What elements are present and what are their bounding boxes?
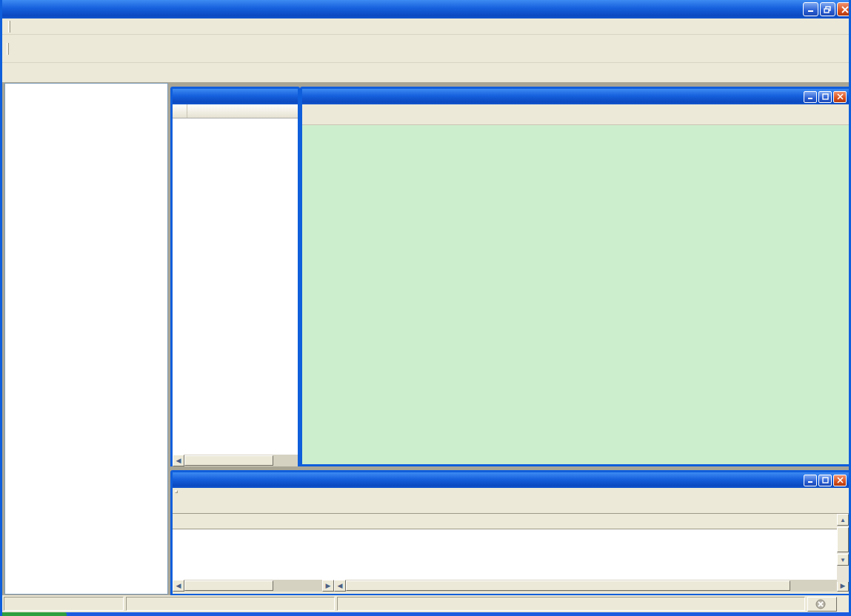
time-ruler [173, 513, 849, 529]
main-toolbar [2, 35, 851, 63]
list-scroll-thumb[interactable] [184, 455, 273, 466]
list-icon-column [173, 104, 187, 118]
menu-grip [8, 21, 10, 33]
stop-button[interactable] [807, 597, 837, 612]
time-close-button[interactable] [833, 475, 847, 486]
scroll-down-icon[interactable]: ▼ [837, 554, 849, 566]
list-column-header[interactable] [173, 104, 298, 118]
minimize-button[interactable] [803, 2, 818, 16]
list-horizontal-scrollbar[interactable]: ◀ [173, 455, 298, 466]
time-scroll-thumb-1[interactable] [184, 580, 273, 591]
application-window: ◀ [0, 0, 851, 616]
list-name-column-header[interactable] [187, 104, 298, 118]
time-view-window: ◀ ▶ ◀ ▶ ▲ ▼ [170, 470, 851, 596]
selection-status [4, 597, 124, 611]
map-toolbar [302, 104, 849, 125]
toolbar-grip [7, 43, 9, 55]
time-scroll-thumb-2[interactable] [346, 580, 790, 591]
routed-status [126, 597, 335, 611]
status-filler [337, 597, 805, 611]
map-maximize-button[interactable] [818, 91, 832, 103]
map-view-window [300, 87, 851, 466]
path-bar [2, 63, 851, 82]
menu-bar [2, 19, 851, 35]
workspace: ◀ [2, 82, 851, 595]
stop-icon [815, 599, 826, 609]
time-maximize-button[interactable] [818, 475, 832, 486]
scroll-left-icon[interactable]: ◀ [334, 580, 346, 592]
scroll-left-icon[interactable]: ◀ [173, 455, 184, 466]
list-body [173, 118, 298, 455]
map-minimize-button[interactable] [804, 91, 817, 103]
scroll-left-icon[interactable]: ◀ [173, 580, 184, 592]
map-view-title-bar[interactable] [302, 89, 849, 104]
close-button[interactable] [837, 2, 851, 16]
time-rows [173, 529, 849, 580]
list-view-window: ◀ [170, 87, 300, 466]
scroll-right-icon[interactable]: ▶ [322, 580, 334, 592]
scroll-up-icon[interactable]: ▲ [837, 514, 849, 526]
navigation-tree [4, 83, 168, 595]
title-bar [0, 0, 851, 19]
status-bar [2, 595, 851, 612]
window-bottom-border-accent [0, 612, 67, 616]
list-view-title-bar[interactable] [173, 89, 298, 104]
time-vscroll-thumb[interactable] [837, 527, 849, 552]
time-minimize-button[interactable] [804, 475, 817, 486]
time-view-title-bar[interactable] [173, 472, 849, 488]
map-close-button[interactable] [833, 91, 847, 103]
map-canvas[interactable] [302, 125, 849, 464]
time-vertical-scrollbar[interactable]: ▲ ▼ [837, 514, 849, 582]
time-toolbar [173, 488, 849, 513]
time-horizontal-scrollbars[interactable]: ◀ ▶ ◀ ▶ [173, 580, 849, 592]
window-bottom-border [0, 612, 851, 616]
restore-button[interactable] [820, 2, 835, 16]
